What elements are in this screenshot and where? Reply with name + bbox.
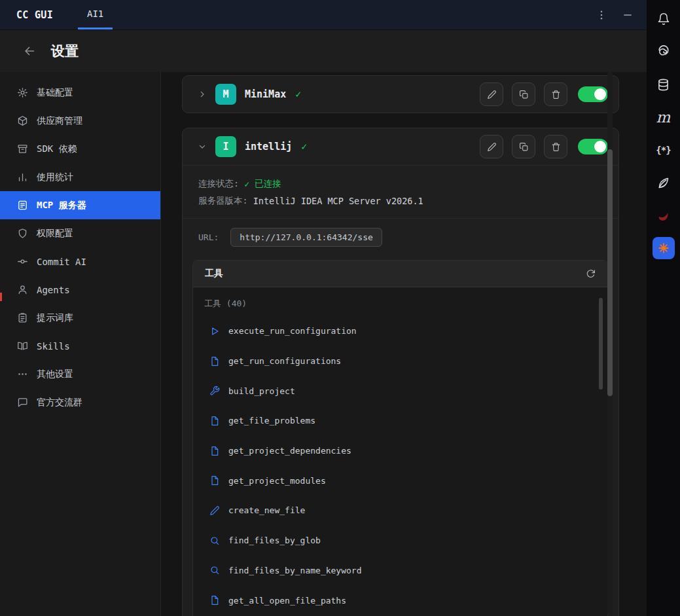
tools-panel-header: 工具 bbox=[193, 261, 607, 287]
sidebar-item-commit-ai[interactable]: Commit AI bbox=[0, 247, 160, 276]
copy-button[interactable] bbox=[512, 82, 535, 106]
sidebar-item-permissions[interactable]: 权限配置 bbox=[0, 219, 160, 247]
refresh-icon[interactable] bbox=[586, 269, 596, 279]
url-section: URL: http://127.0.0.1:64342/sse bbox=[183, 219, 618, 256]
sidebar-item-prompt-library[interactable]: 提示词库 bbox=[0, 304, 160, 332]
leaf-icon[interactable] bbox=[647, 166, 680, 199]
server-card-header[interactable]: I intellij ✓ bbox=[183, 128, 618, 165]
sidebar: 基础配置 供应商管理 SDK 依赖 使用统计 MCP 服务器 权限配置 Comm… bbox=[0, 72, 161, 616]
titlebar-controls bbox=[596, 9, 647, 21]
tools-count-label: 工具 (40) bbox=[204, 298, 607, 311]
tool-name: find_files_by_name_keyword bbox=[228, 566, 362, 575]
pencil-icon bbox=[209, 505, 220, 516]
check-icon: ✓ bbox=[301, 141, 307, 153]
tool-name: get_run_configurations bbox=[228, 356, 341, 366]
archive-icon bbox=[17, 143, 28, 154]
sidebar-item-mcp-servers[interactable]: MCP 服务器 bbox=[0, 191, 160, 219]
tab-label: AI1 bbox=[87, 9, 103, 19]
sidebar-item-provider-management[interactable]: 供应商管理 bbox=[0, 107, 160, 135]
bell-icon[interactable] bbox=[647, 3, 680, 35]
active-app-highlight bbox=[653, 237, 675, 259]
sidebar-item-sdk-deps[interactable]: SDK 依赖 bbox=[0, 135, 160, 163]
delete-button[interactable] bbox=[544, 135, 567, 158]
connected-check-icon: ✓ bbox=[244, 179, 249, 189]
sidebar-item-label: SDK 依赖 bbox=[37, 143, 77, 155]
server-version-label: 服务器版本: bbox=[198, 195, 248, 207]
server-card-intellij: I intellij ✓ 连接状态: ✓ 已连接 服务器版本: bbox=[182, 128, 619, 616]
sidebar-item-skills[interactable]: Skills bbox=[0, 332, 160, 360]
back-icon[interactable] bbox=[22, 44, 37, 58]
check-icon: ✓ bbox=[295, 88, 301, 100]
tool-row[interactable]: get_run_configurations bbox=[204, 346, 607, 376]
clipboard-icon bbox=[17, 312, 28, 323]
tool-row[interactable]: find_files_by_name_keyword bbox=[204, 556, 607, 586]
tool-row[interactable]: get_all_open_file_paths bbox=[204, 585, 607, 615]
chevron-right-icon[interactable] bbox=[197, 89, 207, 100]
sidebar-item-official-group[interactable]: 官方交流群 bbox=[0, 388, 160, 416]
main-content: M MiniMax ✓ I intellij ✓ bbox=[161, 72, 647, 616]
sidebar-item-other-settings[interactable]: 其他设置 bbox=[0, 360, 160, 388]
server-url-value[interactable]: http://127.0.0.1:64342/sse bbox=[230, 228, 382, 247]
tool-row[interactable]: get_project_modules bbox=[204, 465, 607, 496]
minimax-enabled-toggle[interactable] bbox=[578, 86, 608, 102]
page-title: 设置 bbox=[51, 42, 79, 60]
connection-status-value: 已连接 bbox=[255, 178, 281, 190]
server-card-header[interactable]: M MiniMax ✓ bbox=[183, 76, 618, 113]
tool-row[interactable]: get_file_problems bbox=[204, 406, 607, 436]
main-scrollbar-thumb[interactable] bbox=[607, 149, 613, 396]
copy-icon bbox=[519, 142, 529, 152]
sidebar-item-label: 其他设置 bbox=[37, 369, 73, 380]
sidebar-item-agents[interactable]: Agents bbox=[0, 276, 160, 304]
intellij-enabled-toggle[interactable] bbox=[578, 139, 608, 154]
tool-name: get_all_open_file_paths bbox=[228, 596, 346, 606]
edit-button[interactable] bbox=[480, 82, 503, 106]
red-logo-icon[interactable] bbox=[647, 199, 680, 232]
edit-button[interactable] bbox=[480, 135, 503, 158]
m-logo-icon[interactable]: m bbox=[647, 101, 680, 134]
file-icon bbox=[209, 416, 220, 426]
minimize-icon[interactable] bbox=[622, 9, 634, 21]
shield-icon bbox=[17, 228, 28, 239]
toggle-knob bbox=[594, 141, 606, 153]
right-icon-rail: m {*} bbox=[647, 0, 680, 616]
m-logo-glyph: m bbox=[656, 109, 671, 126]
tool-row[interactable]: get_project_dependencies bbox=[204, 436, 607, 466]
server-version-value: IntelliJ IDEA MCP Server v2026.1 bbox=[253, 196, 423, 206]
copy-icon bbox=[519, 90, 529, 100]
search-icon bbox=[209, 565, 220, 575]
play-icon bbox=[209, 326, 220, 336]
pencil-icon bbox=[487, 142, 497, 152]
app-window: m {*} CC GUI AI1 设置 bbox=[0, 0, 680, 616]
sidebar-item-label: MCP 服务器 bbox=[37, 200, 86, 211]
spiral-icon[interactable] bbox=[647, 35, 680, 68]
tab-ai1[interactable]: AI1 bbox=[78, 0, 113, 29]
tool-name: build_project bbox=[228, 386, 295, 396]
copy-button[interactable] bbox=[512, 135, 535, 158]
sidebar-item-usage-stats[interactable]: 使用统计 bbox=[0, 163, 160, 191]
tool-row[interactable]: find_files_by_glob bbox=[204, 526, 607, 556]
connection-status-section: 连接状态: ✓ 已连接 服务器版本: IntelliJ IDEA MCP Ser… bbox=[183, 166, 618, 218]
tools-scrollbar-thumb[interactable] bbox=[599, 298, 603, 390]
sidebar-item-basic-config[interactable]: 基础配置 bbox=[0, 79, 160, 107]
server-icon bbox=[17, 200, 28, 211]
titlebar: CC GUI AI1 bbox=[0, 0, 647, 30]
claude-app-icon[interactable] bbox=[647, 232, 680, 264]
tool-name: get_project_modules bbox=[228, 476, 326, 486]
trash-icon bbox=[551, 90, 561, 100]
chevron-down-icon[interactable] bbox=[197, 141, 207, 152]
sidebar-item-label: Skills bbox=[37, 341, 70, 352]
sidebar-item-label: 权限配置 bbox=[37, 228, 73, 240]
server-name: MiniMax bbox=[245, 88, 286, 100]
tool-row[interactable]: create_new_file bbox=[204, 496, 607, 526]
delete-button[interactable] bbox=[544, 82, 567, 106]
tool-name: find_files_by_glob bbox=[228, 535, 321, 545]
sidebar-item-label: Commit AI bbox=[37, 257, 86, 267]
tools-panel: 工具 工具 (40) execute_run_configuration get… bbox=[192, 260, 608, 616]
braces-icon[interactable]: {*} bbox=[647, 134, 680, 166]
bar-chart-icon bbox=[17, 172, 28, 183]
tool-row[interactable]: execute_run_configuration bbox=[204, 316, 607, 346]
menu-dots-icon[interactable] bbox=[596, 9, 607, 21]
edge-notification-marker bbox=[0, 293, 2, 301]
database-icon[interactable] bbox=[647, 68, 680, 101]
tool-row[interactable]: build_project bbox=[204, 376, 607, 406]
